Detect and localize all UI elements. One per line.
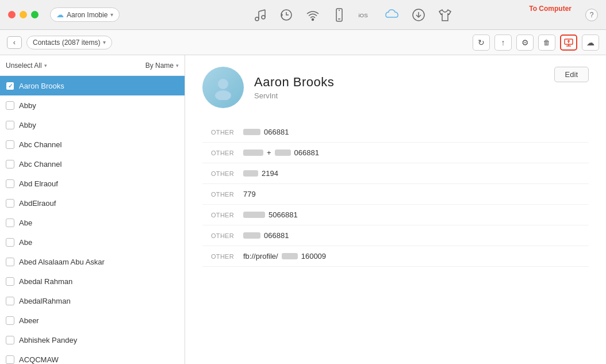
help-button[interactable]: ? [585,9,598,21]
edit-button[interactable]: Edit [554,67,589,82]
field-row: OTHER 066881 [202,122,589,143]
contact-name: Aaron Brooks [19,82,64,90]
contact-checkbox[interactable] [6,140,14,149]
field-value-text: + [267,148,271,157]
contact-item[interactable]: AbedalRahman [0,291,185,311]
contact-item[interactable]: Abc Channel [0,154,185,174]
chevron-down-icon: ▾ [110,12,113,18]
account-name: Aaron Imobie [67,11,108,19]
contact-name: AbedalRahman [19,297,71,305]
ios-icon[interactable]: iOS [358,7,374,23]
contact-checkbox[interactable] [6,336,14,344]
settings-button[interactable]: ⚙ [516,35,534,51]
contact-checkbox[interactable] [6,355,14,364]
field-value-text: fb://profile/ [243,252,278,260]
export-computer-button[interactable] [560,35,577,51]
contact-detail-company: ServInt [254,91,334,100]
titlebar: ☁ Aaron Imobie ▾ [0,0,606,30]
sidebar-header: Unselect All ▾ By Name ▾ [0,55,185,76]
detail-header: Aaron Brooks ServInt Edit [202,67,589,108]
contact-checkbox[interactable] [6,199,14,208]
device-icon[interactable] [331,7,347,23]
contact-checkbox[interactable] [6,277,14,286]
contact-name: Abby [19,101,36,110]
contact-checkbox[interactable] [6,82,14,90]
field-value: fb://profile/160009 [243,252,326,260]
upload-icon: ↑ [501,38,505,47]
field-label: OTHER [202,253,234,260]
contact-item[interactable]: Abd Elraouf [0,174,185,193]
maximize-button[interactable] [31,11,39,18]
contact-item[interactable]: Abe [0,213,185,232]
contact-name: Abhishek Pandey [19,336,77,344]
svg-point-19 [218,79,228,89]
field-row: OTHER 5066881 [202,205,589,225]
contact-checkbox[interactable] [6,101,14,110]
contact-item[interactable]: Aaron Brooks [0,76,185,95]
minimize-button[interactable] [20,11,27,18]
field-value: +066881 [243,148,319,157]
contact-checkbox[interactable] [6,179,14,188]
contact-checkbox[interactable] [6,219,14,227]
sort-label: By Name [145,62,174,70]
refresh-button[interactable]: ↻ [473,35,490,51]
delete-button[interactable]: 🗑 [538,35,555,51]
history-icon[interactable] [278,7,294,23]
download-icon[interactable] [411,7,427,23]
contact-checkbox[interactable] [6,316,14,325]
contact-item[interactable]: Abby [0,115,185,135]
field-label: OTHER [202,170,234,177]
field-label: OTHER [202,232,234,239]
field-row: OTHER 066881 [202,225,589,246]
contact-item[interactable]: AbdElraouf [0,193,185,213]
svg-point-20 [215,90,231,100]
detail-panel: Aaron Brooks ServInt Edit OTHER 066881 O… [185,55,606,364]
close-button[interactable] [8,11,16,18]
cloud-sync-icon[interactable] [384,7,400,23]
contact-name: Abeer [19,316,39,325]
contact-item[interactable]: Abhishek Pandey [0,330,185,350]
field-value: 066881 [243,231,289,240]
svg-point-0 [255,17,259,21]
contact-name: Abe [19,238,32,247]
back-button[interactable]: ‹ [7,36,22,49]
contact-item[interactable]: Abby [0,95,185,115]
svg-point-6 [312,18,314,20]
field-label: OTHER [202,129,234,136]
contact-name: Abe [19,219,32,227]
contact-item[interactable]: Abc Channel [0,135,185,154]
contact-item[interactable]: Abe [0,232,185,252]
field-row: OTHER 779 [202,184,589,205]
contact-checkbox[interactable] [6,121,14,129]
field-value-text: 779 [243,190,256,198]
contact-name: ACQCMAW [19,355,59,364]
contact-name: Abed Alsalaam Abu Askar [19,258,105,266]
contact-checkbox[interactable] [6,258,14,266]
toolbar2-actions: ↻ ↑ ⚙ 🗑 ☁ [473,35,599,51]
contacts-dropdown[interactable]: Contacts (2087 items) ▾ [26,36,112,49]
contact-item[interactable]: Abeer [0,311,185,330]
contact-item[interactable]: Abed Alsalaam Abu Askar [0,252,185,271]
svg-text:iOS: iOS [359,12,369,18]
tshirt-icon[interactable] [437,7,453,23]
upload-button[interactable]: ↑ [494,35,512,51]
contact-checkbox[interactable] [6,160,14,168]
unselect-all-button[interactable]: Unselect All ▾ [6,62,47,70]
account-dropdown[interactable]: ☁ Aaron Imobie ▾ [50,7,120,22]
contact-checkbox[interactable] [6,238,14,247]
cloud-button[interactable]: ☁ [582,35,599,51]
sidebar: Unselect All ▾ By Name ▾ Aaron Brooks Ab… [0,55,185,364]
sort-by-name-button[interactable]: By Name ▾ [145,62,179,70]
field-value: 5066881 [243,210,298,219]
refresh-icon: ↻ [478,38,485,47]
avatar [202,67,244,108]
contact-checkbox[interactable] [6,297,14,305]
field-label: OTHER [202,212,234,219]
field-label: OTHER [202,191,234,198]
contact-name: Abc Channel [19,140,62,149]
wireless-icon[interactable] [305,7,321,23]
contact-item[interactable]: ACQCMAW [0,350,185,364]
contact-item[interactable]: Abedal Rahman [0,271,185,291]
settings-icon: ⚙ [521,38,529,47]
music-icon[interactable] [252,7,268,23]
